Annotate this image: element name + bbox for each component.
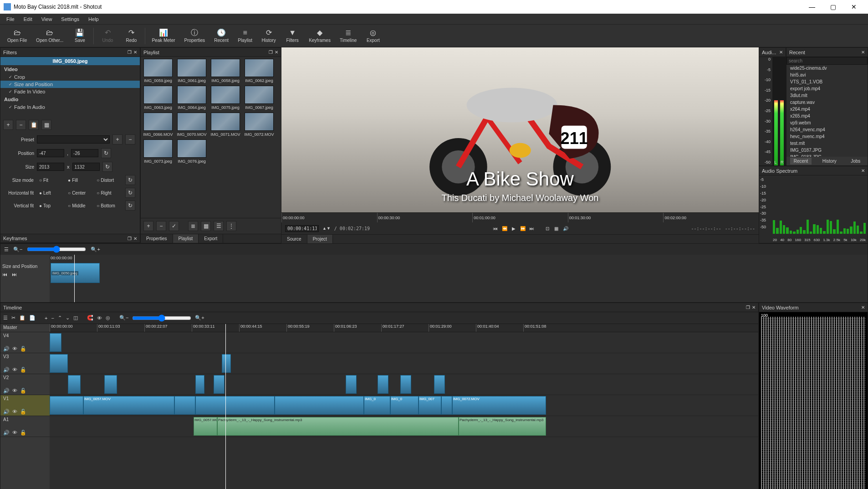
speaker-icon[interactable]: 🔊 — [3, 388, 10, 394]
close-icon[interactable]: ✕ — [861, 305, 865, 310]
playlist-button[interactable]: ≡Playlist — [236, 28, 254, 44]
undock-icon[interactable]: ❐ — [128, 50, 132, 55]
grid-button[interactable]: ▦ — [552, 224, 561, 232]
timeline-clip[interactable]: Pachyderm_-_13_-_Happy_Song_instrumental… — [217, 417, 459, 436]
timeline-clip[interactable] — [174, 396, 195, 415]
timeline-ruler[interactable]: 00:00:00:0000:00:11:0300:00:22:0700:00:3… — [50, 324, 758, 332]
close-icon[interactable]: ✕ — [861, 50, 865, 55]
close-button[interactable]: ✕ — [843, 0, 864, 14]
overwrite-icon[interactable]: ⌄ — [66, 315, 70, 321]
radio-icon[interactable]: ○ — [97, 190, 99, 196]
eye-icon[interactable]: 👁 — [12, 409, 17, 415]
keyframe-playhead[interactable] — [74, 255, 75, 302]
timeline-clip[interactable] — [378, 375, 388, 394]
zoom-in-icon[interactable]: 🔍+ — [195, 315, 204, 321]
eye-icon[interactable]: 👁 — [12, 388, 17, 394]
close-icon[interactable]: ✕ — [861, 168, 865, 173]
timeline-clip[interactable] — [214, 375, 225, 394]
timeline-clip[interactable] — [68, 375, 81, 394]
recent-item[interactable]: h264_nvenc.mp4 — [786, 126, 868, 133]
append-icon[interactable]: + — [45, 315, 47, 321]
timeline-clip[interactable] — [222, 354, 231, 373]
minimize-button[interactable]: — — [802, 0, 822, 14]
split-icon[interactable]: ◫ — [73, 315, 78, 321]
position-reset-button[interactable]: ↻ — [101, 148, 111, 158]
playlist-item[interactable]: IMG_0073.jpeg — [143, 139, 174, 164]
fforward-button[interactable]: ⏩ — [519, 224, 527, 232]
recent-item[interactable]: hiri5.avi — [786, 72, 868, 78]
zoom-in-icon[interactable]: 🔍+ — [91, 247, 100, 252]
position-y-input[interactable] — [71, 149, 98, 157]
keyframe-track[interactable]: 00:00:00:00 IMG_0050.jpeg — [50, 255, 868, 302]
eye-icon[interactable]: 👁 — [12, 367, 17, 373]
paste-icon[interactable]: 📄 — [29, 315, 36, 321]
play-button[interactable]: ▶ — [510, 224, 518, 232]
timeline-clip[interactable] — [50, 396, 83, 415]
keyframes-button[interactable]: ◆Keyframes — [307, 28, 332, 44]
playlist-item[interactable]: IMG_0062.jpeg — [244, 59, 275, 83]
timeline-clip[interactable]: IMG_0057.MOV — [83, 396, 174, 415]
track-header[interactable]: V3🔊👁🔓 — [0, 353, 50, 374]
timeline-clip[interactable] — [50, 333, 61, 352]
keyframe-clip[interactable]: IMG_0050.jpeg — [51, 263, 100, 283]
radio-icon[interactable]: ○ — [97, 178, 99, 183]
timeline-clip[interactable]: IMG_0072.MOV — [452, 396, 546, 415]
menu-icon[interactable]: ☰ — [4, 247, 9, 252]
menu-help[interactable]: Help — [84, 15, 103, 23]
recent-item[interactable]: IMG_0183.JPG — [786, 154, 868, 157]
pl-remove-button[interactable]: − — [156, 221, 166, 231]
lift-icon[interactable]: ⌃ — [58, 315, 62, 321]
filters-button[interactable]: ▼Filters — [283, 28, 301, 44]
playlist-item[interactable]: IMG_0061.jpeg — [176, 59, 207, 83]
position-x-input[interactable] — [37, 149, 64, 157]
timeline-track[interactable]: IMG_0057.MOVIMG_0IMG_0IMG_007IMG_0072.MO… — [50, 395, 758, 416]
tab-jobs[interactable]: Jobs — [847, 158, 864, 165]
kf-prev-button[interactable]: ⏮ — [2, 272, 7, 277]
track-header[interactable]: V4🔊👁🔓 — [0, 332, 50, 353]
playlist-item[interactable]: IMG_0075.jpeg — [210, 86, 241, 110]
timeline-track[interactable] — [50, 353, 758, 374]
filter-item[interactable]: ✓Fade In Video — [0, 88, 140, 95]
timeline-clip[interactable]: IMG_0 — [390, 396, 419, 415]
zoom-out-icon[interactable]: 🔍− — [119, 315, 128, 321]
filter-target-file[interactable]: IMG_0050.jpeg — [0, 57, 140, 65]
timeline-clip[interactable] — [400, 375, 411, 394]
maximize-button[interactable]: ▢ — [822, 0, 843, 14]
open-file-button[interactable]: 🗁Open File — [5, 28, 29, 44]
radio-icon[interactable]: ● — [39, 190, 42, 196]
speaker-icon[interactable]: 🔊 — [3, 367, 10, 373]
preview-viewport[interactable]: 211 A Bike Show This Ducati by Michael W… — [281, 47, 759, 212]
undock-icon[interactable]: ❐ — [269, 50, 273, 55]
timeline-track[interactable]: IMG_0057.MOPachyderm_-_13_-_Happy_Song_i… — [50, 416, 758, 437]
timeline-clip[interactable] — [346, 375, 357, 394]
undo-button[interactable]: ↶Undo — [98, 28, 117, 44]
preset-remove-button[interactable]: − — [125, 134, 135, 144]
radio-icon[interactable]: ● — [68, 178, 71, 183]
recent-item[interactable]: 3dlut.mlt — [786, 92, 868, 99]
close-icon[interactable]: ✕ — [752, 305, 756, 310]
preview-ruler[interactable]: 00:00:00:0000:00:30:0000:01:00:0000:01:3… — [281, 212, 759, 222]
pl-menu-button[interactable]: ⋮ — [226, 221, 236, 231]
master-track-header[interactable]: Master — [0, 324, 50, 332]
scrub-icon[interactable]: 👁 — [97, 315, 102, 321]
pl-view-grid-button[interactable]: ▦ — [201, 221, 211, 231]
track-header[interactable]: V1🔊👁🔓 — [0, 395, 50, 416]
open-other-button[interactable]: 🗁Open Other... — [34, 28, 65, 44]
menu-icon[interactable]: ☰ — [3, 315, 8, 321]
reset-button[interactable]: ↻ — [125, 188, 135, 198]
playlist-item[interactable]: IMG_0064.jpeg — [176, 86, 207, 110]
menu-settings[interactable]: Settings — [56, 15, 84, 23]
pl-view-list-button[interactable]: ≣ — [188, 221, 198, 231]
playlist-item[interactable]: IMG_0066.MOV — [143, 113, 174, 137]
current-time-input[interactable] — [285, 225, 319, 232]
recent-search-input[interactable] — [786, 57, 868, 65]
size-reset-button[interactable]: ↻ — [102, 162, 112, 172]
pl-add-button[interactable]: + — [143, 221, 153, 231]
reset-button[interactable]: ↻ — [125, 175, 135, 185]
recent-item[interactable]: VTS_01_1.VOB — [786, 78, 868, 85]
zoom-slider[interactable] — [27, 246, 86, 253]
preset-select[interactable] — [37, 135, 110, 144]
playlist-item[interactable]: IMG_0072.MOV — [244, 113, 275, 137]
save-button[interactable]: 💾Save — [71, 28, 89, 44]
recent-item[interactable]: IMG_0187.JPG — [786, 147, 868, 154]
